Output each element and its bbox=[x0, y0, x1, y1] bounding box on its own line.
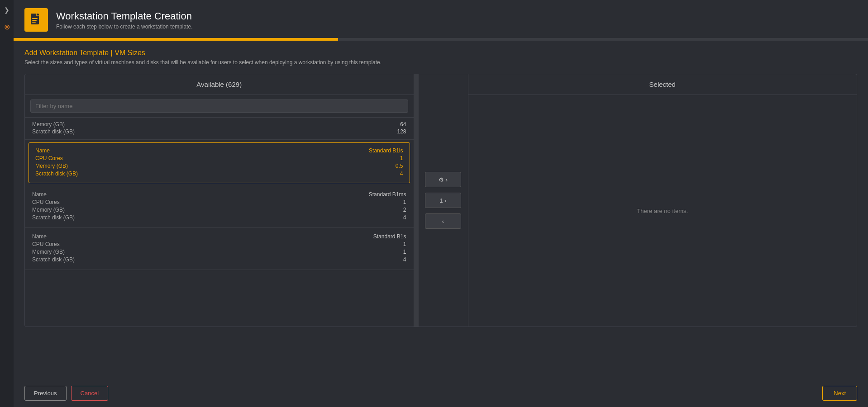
vm-item-1[interactable]: Name Standard B1ms CPU Cores 1 Memory (G… bbox=[25, 186, 414, 228]
vm-value-mem-2: 1 bbox=[403, 249, 406, 255]
available-panel-title: Available (629) bbox=[25, 74, 414, 95]
vm-value-disk-0: 4 bbox=[400, 170, 403, 177]
vm-label-mem-1: Memory (GB) bbox=[32, 207, 65, 213]
header: Workstation Template Creation Follow eac… bbox=[14, 0, 868, 38]
remove-button[interactable]: ‹ bbox=[425, 213, 461, 229]
extra-value-1: 128 bbox=[397, 128, 406, 135]
vm-value-mem-1: 2 bbox=[403, 207, 406, 213]
collapse-icon[interactable]: ❯ bbox=[4, 6, 10, 14]
section-title: Add Workstation Template | VM Sizes bbox=[24, 49, 857, 57]
svg-rect-1 bbox=[32, 18, 38, 19]
footer-buttons: Previous Cancel Next bbox=[14, 379, 868, 407]
vm-value-disk-1: 4 bbox=[403, 214, 406, 221]
main-content: Workstation Template Creation Follow eac… bbox=[14, 0, 868, 407]
add-all-button[interactable]: ⚙ › bbox=[425, 172, 461, 187]
vm-value-name-1: Standard B1ms bbox=[369, 191, 406, 198]
add-all-arrow: › bbox=[446, 176, 448, 183]
vm-label-cpu-1: CPU Cores bbox=[32, 199, 60, 205]
vm-value-name-2: Standard B1s bbox=[373, 233, 406, 240]
transfer-buttons-panel: ⚙ › 1 › ‹ bbox=[419, 74, 468, 327]
add-selected-arrow: › bbox=[444, 197, 446, 204]
vm-label-name-1: Name bbox=[32, 191, 47, 198]
filter-input[interactable] bbox=[30, 99, 408, 113]
gear-icon: ⚙ bbox=[439, 176, 444, 183]
vm-value-mem-0: 0.5 bbox=[396, 163, 403, 169]
selected-panel-title: Selected bbox=[468, 74, 857, 95]
no-items-message: There are no items. bbox=[468, 95, 857, 327]
vm-value-cpu-0: 1 bbox=[400, 155, 403, 161]
vm-label-disk-0: Scratch disk (GB) bbox=[35, 170, 78, 177]
extra-label-0: Memory (GB) bbox=[32, 121, 65, 128]
vm-value-cpu-1: 1 bbox=[403, 199, 406, 205]
page-title: Workstation Template Creation bbox=[56, 10, 193, 22]
filter-input-wrapper bbox=[25, 95, 414, 118]
vm-label-name-2: Name bbox=[32, 233, 47, 240]
vm-item-selected[interactable]: Name Standard B1ls CPU Cores 1 Memory (G… bbox=[29, 142, 410, 183]
svg-rect-2 bbox=[32, 20, 37, 21]
items-list: Memory (GB) 64 Scratch disk (GB) 128 Nam… bbox=[25, 118, 414, 327]
list-scrollbar[interactable] bbox=[414, 74, 419, 327]
vm-item-2[interactable]: Name Standard B1s CPU Cores 1 Memory (GB… bbox=[25, 228, 414, 270]
section-description: Select the sizes and types of virtual ma… bbox=[24, 59, 857, 66]
sidebar-collapse-area: ❯ ⊗ bbox=[0, 0, 14, 407]
section-header: Add Workstation Template | VM Sizes Sele… bbox=[14, 41, 868, 67]
vm-value-name-0: Standard B1ls bbox=[369, 147, 403, 154]
add-count-label: 1 bbox=[439, 197, 443, 204]
wizard-icon bbox=[24, 8, 48, 32]
vm-label-mem-0: Memory (GB) bbox=[35, 163, 68, 169]
vm-value-disk-2: 4 bbox=[403, 256, 406, 263]
vm-label-name-0: Name bbox=[35, 147, 50, 154]
next-button[interactable]: Next bbox=[822, 386, 857, 401]
previous-button[interactable]: Previous bbox=[24, 386, 67, 401]
transfer-container: Available (629) Memory (GB) 64 Scratch d… bbox=[24, 74, 857, 327]
extra-label-1: Scratch disk (GB) bbox=[32, 128, 75, 135]
vm-label-disk-2: Scratch disk (GB) bbox=[32, 256, 75, 263]
close-sidebar-icon[interactable]: ⊗ bbox=[4, 23, 10, 31]
remove-arrow: ‹ bbox=[442, 218, 444, 225]
selected-panel: Selected There are no items. bbox=[468, 74, 857, 327]
add-selected-button[interactable]: 1 › bbox=[425, 193, 461, 208]
header-text: Workstation Template Creation Follow eac… bbox=[56, 10, 193, 30]
vm-label-cpu-0: CPU Cores bbox=[35, 155, 63, 161]
footer-left: Previous Cancel bbox=[24, 386, 108, 401]
extra-info-block: Memory (GB) 64 Scratch disk (GB) 128 bbox=[25, 118, 414, 140]
vm-value-cpu-2: 1 bbox=[403, 241, 406, 247]
page-subtitle: Follow each step below to create a works… bbox=[56, 24, 193, 30]
available-panel: Available (629) Memory (GB) 64 Scratch d… bbox=[25, 74, 414, 327]
vm-label-cpu-2: CPU Cores bbox=[32, 241, 60, 247]
extra-value-0: 64 bbox=[400, 121, 406, 128]
vm-label-mem-2: Memory (GB) bbox=[32, 249, 65, 255]
cancel-button[interactable]: Cancel bbox=[71, 386, 108, 401]
svg-rect-3 bbox=[32, 22, 36, 23]
vm-label-disk-1: Scratch disk (GB) bbox=[32, 214, 75, 221]
